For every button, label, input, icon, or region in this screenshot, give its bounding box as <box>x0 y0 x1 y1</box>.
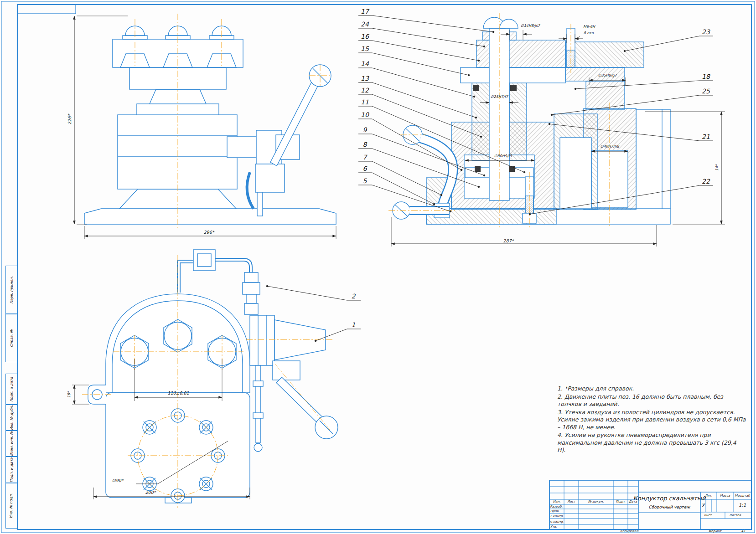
margin-cell-label: Инв. № подл. <box>10 493 14 518</box>
leader-line <box>450 211 451 212</box>
leader-line <box>478 186 480 188</box>
margin-cell-label: Справ. № <box>10 329 14 347</box>
leader-line <box>372 82 476 118</box>
note-line-3: 3. Утечка воздуха из полостей цилиндров … <box>557 409 746 431</box>
leader-line <box>480 136 482 138</box>
section-view <box>393 17 670 224</box>
margin-cell-1-3: Подп. и дата <box>5 457 17 483</box>
margin-cell-1-1: Инв. № дубл. <box>5 405 17 431</box>
leader-line <box>475 117 477 118</box>
leader-line <box>440 194 442 196</box>
leader-line <box>483 46 485 47</box>
leader-line <box>266 285 268 287</box>
leader-line <box>551 114 553 116</box>
note-line-2: 2. Движение плиты поз. 16 должно быть пл… <box>557 393 746 408</box>
leader-line <box>315 340 316 342</box>
margin-cell-1-0: Подп. и дата <box>5 374 17 405</box>
plan-valve-handle <box>250 315 338 452</box>
plan-view <box>88 250 338 503</box>
leader-line <box>372 41 479 61</box>
leader-line <box>372 15 493 32</box>
leader-line <box>433 203 435 205</box>
margin-cell-label: Подп. и дата <box>10 377 14 402</box>
margin-cell-label: Подп. и дата <box>10 457 14 483</box>
leader-line <box>372 68 474 97</box>
leader-line <box>267 286 347 300</box>
leader-line <box>492 31 494 33</box>
leader-line <box>549 123 550 125</box>
leader-line <box>473 96 475 98</box>
leader-line <box>575 88 576 90</box>
margin-cell-label: Перв. примен. <box>10 276 14 303</box>
leader-line <box>529 213 531 215</box>
leader-line <box>624 50 626 52</box>
leader-line <box>478 60 480 62</box>
margin-cell-1-4: Инв. № подл. <box>5 483 17 529</box>
margin-cell-0-0: Перв. примен. <box>5 266 17 314</box>
note-line-4: 4. Усилие на рукоятке пневмораспределите… <box>557 431 746 454</box>
margin-cell-0-1: Справ. № <box>5 314 17 362</box>
leader-line <box>523 171 525 173</box>
margin-cell-label: Взам. инв. № <box>10 431 14 456</box>
drawing-sheet: 1. *Размеры для справок.2. Движение плит… <box>0 0 756 534</box>
note-line-1: 1. *Размеры для справок. <box>557 385 746 393</box>
margin-cell-label: Инв. № дубл. <box>10 405 14 430</box>
front-valve-and-handle <box>227 65 331 216</box>
leader-line <box>461 169 462 171</box>
leader-line <box>483 175 485 176</box>
leader-line <box>372 173 434 204</box>
margin-cell-1-2: Взам. инв. № <box>5 431 17 457</box>
technical-notes: 1. *Размеры для справок.2. Движение плит… <box>557 385 746 455</box>
front-view <box>84 26 336 224</box>
title-block-grid <box>549 480 751 529</box>
leader-line <box>468 74 470 76</box>
